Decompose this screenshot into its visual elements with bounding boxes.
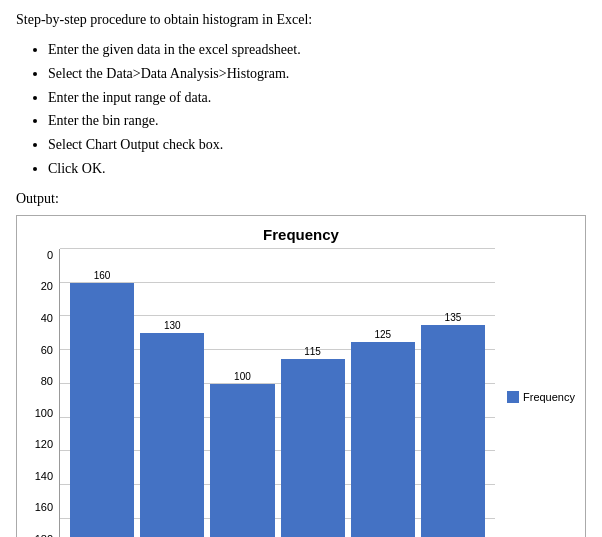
bar: [70, 283, 134, 537]
bar-wrap: 130: [140, 249, 204, 537]
bullet-list: Enter the given data in the excel spread…: [48, 38, 586, 181]
bar-wrap: 135: [421, 249, 485, 537]
chart-title: Frequency: [27, 226, 575, 243]
bar-wrap: 160: [70, 249, 134, 537]
bullet-item: Enter the bin range.: [48, 109, 586, 133]
bar: [140, 333, 204, 537]
bar-wrap: 115: [281, 249, 345, 537]
bullet-item: Select Chart Output check box.: [48, 133, 586, 157]
legend: Frequency: [495, 249, 575, 537]
bar: [421, 325, 485, 537]
y-axis-tick: 0: [27, 249, 53, 261]
bar-wrap: 100: [210, 249, 274, 537]
bullet-item: Enter the given data in the excel spread…: [48, 38, 586, 62]
legend-label: Frequency: [523, 391, 575, 403]
bar-value-label: 160: [94, 270, 111, 281]
y-axis-tick: 160: [27, 501, 53, 513]
chart-container: Frequency 180160140120100806040200 16013…: [16, 215, 586, 537]
bar-value-label: 125: [374, 329, 391, 340]
bullet-item: Click OK.: [48, 157, 586, 181]
bar-value-label: 135: [445, 312, 462, 323]
bar-value-label: 100: [234, 371, 251, 382]
y-axis: 180160140120100806040200: [27, 249, 59, 537]
bar-wrap: 125: [351, 249, 415, 537]
bar: [351, 342, 415, 537]
y-axis-tick: 60: [27, 344, 53, 356]
legend-color-box: [507, 391, 519, 403]
y-axis-tick: 100: [27, 407, 53, 419]
y-axis-tick: 80: [27, 375, 53, 387]
y-axis-tick: 120: [27, 438, 53, 450]
bars-area: 160130100115125135: [59, 249, 495, 537]
y-axis-tick: 20: [27, 280, 53, 292]
bullet-item: Enter the input range of data.: [48, 86, 586, 110]
bar: [210, 384, 274, 537]
bullet-item: Select the Data>Data Analysis>Histogram.: [48, 62, 586, 86]
y-axis-tick: 140: [27, 470, 53, 482]
bar-value-label: 130: [164, 320, 181, 331]
bar-value-label: 115: [304, 346, 321, 357]
y-axis-tick: 40: [27, 312, 53, 324]
intro-heading: Step-by-step procedure to obtain histogr…: [16, 12, 586, 28]
y-axis-tick: 180: [27, 533, 53, 537]
output-label: Output:: [16, 191, 586, 207]
bar: [281, 359, 345, 537]
